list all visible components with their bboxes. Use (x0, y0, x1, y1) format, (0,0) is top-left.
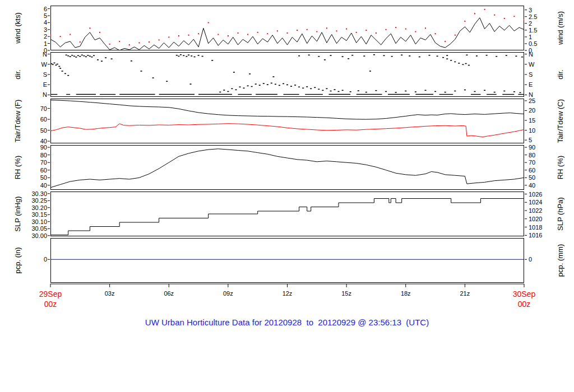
dir-point (81, 55, 83, 56)
rh-tick-left: 80 (21, 152, 47, 158)
dir-point (324, 59, 326, 60)
wind-peak-kts-point (356, 32, 357, 33)
dir-point (330, 55, 332, 56)
wind-peak-kts-point (228, 35, 229, 36)
dir-point (369, 71, 371, 72)
dir-point (464, 90, 466, 91)
dir-point (55, 65, 57, 66)
tair-tick-right: 20 (529, 107, 554, 114)
dir-point (474, 91, 476, 92)
dir-point (391, 56, 393, 57)
wind-peak-kts-point (395, 27, 396, 28)
dir-point (454, 62, 456, 63)
dir-point (71, 55, 73, 56)
dir-point (188, 55, 189, 56)
wind-peak-kts-point (208, 22, 209, 23)
dir-point (77, 55, 79, 57)
wind-tick-left: 6 (21, 6, 47, 12)
wind-tick-right: 2 (529, 20, 554, 27)
dir-point (50, 63, 52, 64)
dir-point (141, 71, 142, 72)
dir-point (425, 90, 427, 91)
dir-point (363, 55, 365, 57)
dir-point (415, 91, 416, 92)
dir-point (521, 57, 523, 58)
slp-tick-left: 30.15 (21, 211, 47, 218)
dir-point (186, 56, 187, 57)
dir-tick-right: S (529, 71, 554, 78)
wind-tick-right: 1 (529, 34, 554, 40)
dir-point (97, 59, 99, 60)
wind-peak-kts-point (435, 33, 436, 34)
wind-peak-kts-point (494, 15, 495, 16)
dir-point (271, 83, 272, 84)
dir-point (233, 72, 235, 73)
slp-tick-right: 1026 (529, 191, 554, 198)
slp-panel (50, 192, 524, 236)
wind-peak-kts-point (524, 19, 524, 20)
wind-peak-kts-point (297, 30, 298, 31)
slp-tick-left: 30.00 (21, 232, 47, 239)
dir-point (73, 56, 75, 57)
x-tick-label: 18z (394, 290, 418, 297)
dir-point (91, 57, 92, 58)
dir-point (454, 91, 456, 92)
dir-tick-right: E (529, 81, 554, 88)
dir-point (446, 58, 448, 59)
rh-tick-right: 80 (529, 152, 554, 158)
rh-panel (50, 145, 524, 190)
rh-tick-right: 60 (529, 167, 554, 174)
dir-point (462, 64, 464, 66)
dir-point (513, 91, 515, 92)
wind-peak-kts-point (405, 29, 406, 30)
wind-tick-left: 2 (21, 33, 47, 40)
wind-peak-kts-point (99, 32, 100, 33)
dir-point (318, 56, 320, 57)
dir-point (227, 91, 229, 92)
wind-peak-kts-point (149, 41, 150, 43)
dir-point (59, 68, 61, 69)
dir-point (437, 56, 438, 57)
dir-point (180, 54, 182, 55)
dir-point (231, 88, 233, 90)
wind-peak-kts-point (238, 32, 239, 34)
x-tick-label: 09z (216, 290, 240, 297)
wind-peak-kts-point (50, 35, 51, 36)
dir-point (64, 73, 66, 74)
dir-point (83, 55, 85, 57)
dir-point (62, 71, 63, 72)
dir-point (395, 92, 397, 93)
wind-peak-kts-point (178, 35, 179, 36)
dir-point (275, 84, 276, 85)
wind-peak-kts-point (198, 33, 199, 34)
dir-point (342, 56, 344, 57)
wind-peak-kts-point (504, 18, 505, 19)
dir-point (191, 55, 192, 57)
dir-point (267, 84, 269, 85)
dir-point (89, 56, 91, 57)
tair-tick-left: 50 (21, 127, 47, 134)
dir-point (429, 55, 430, 56)
chart-title: UW Urban Horticulture Data for 20120928 … (0, 318, 574, 327)
dir-point (178, 56, 179, 57)
dir-point (330, 91, 332, 92)
wind-panel (50, 6, 524, 50)
wind-peak-kts-point (513, 16, 515, 17)
dir-point (202, 56, 203, 57)
wind-peak-kts-point (365, 30, 367, 31)
wind-peak-kts-point (287, 32, 288, 34)
x-tick-label: 03z (98, 290, 122, 297)
wind-tick-left: 3 (21, 26, 47, 33)
dir-point (131, 60, 132, 62)
dir-point (383, 55, 385, 57)
x-tick-label: 06z (156, 290, 181, 297)
dir-point (239, 87, 241, 88)
wind-peak-kts-point (60, 36, 61, 37)
tair-panel (50, 99, 524, 143)
dir-tick-right: W (529, 61, 554, 68)
pcp-tick-left: 0 (21, 256, 47, 263)
pcp-tick-right: 0 (529, 256, 554, 263)
pcp-panel (50, 238, 524, 283)
dir-point (79, 56, 81, 57)
dir-point (308, 55, 310, 56)
